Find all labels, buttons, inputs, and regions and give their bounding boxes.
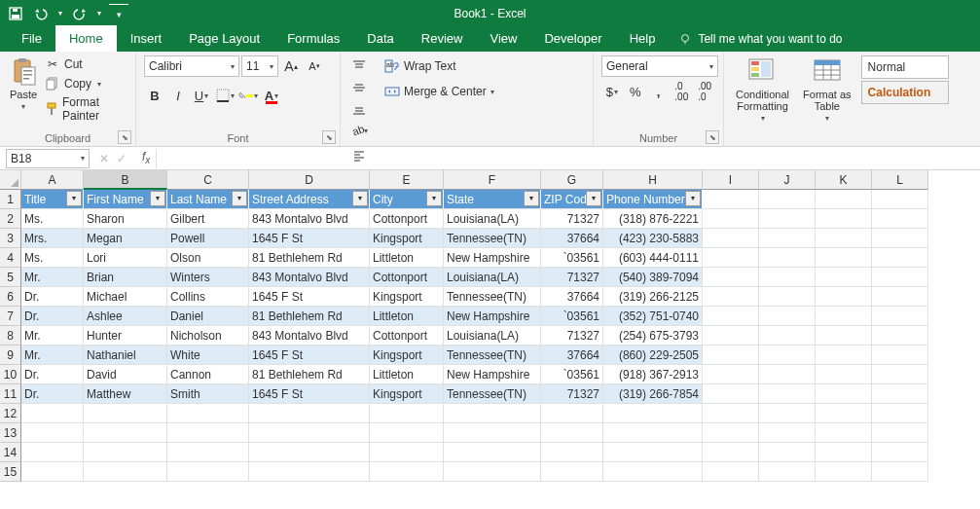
merge-center-button[interactable]: Merge & Center▾ <box>380 81 499 102</box>
cut-button[interactable]: ✂Cut <box>43 55 127 73</box>
cell[interactable]: (318) 876-2221 <box>603 209 703 229</box>
col-header[interactable]: F <box>444 170 541 190</box>
col-header[interactable]: B <box>84 170 167 190</box>
cell[interactable] <box>167 423 249 443</box>
cell[interactable] <box>872 404 928 423</box>
cell[interactable] <box>703 345 759 365</box>
cell[interactable]: 37664 <box>541 229 603 248</box>
cell[interactable] <box>84 423 167 443</box>
cell[interactable] <box>703 443 759 462</box>
cell[interactable]: 1645 F St <box>249 384 370 404</box>
paste-icon[interactable] <box>8 55 39 87</box>
number-launcher[interactable]: ⬊ <box>706 130 719 144</box>
cell[interactable]: Cottonport <box>370 268 444 287</box>
font-color-button[interactable]: A▾ <box>261 85 282 106</box>
cell[interactable]: Street Address▼ <box>249 190 370 209</box>
row-header[interactable]: 7 <box>0 307 21 326</box>
col-header[interactable]: A <box>21 170 84 190</box>
tell-me[interactable]: Tell me what you want to do <box>669 26 852 52</box>
cell[interactable]: `03561 <box>541 365 603 384</box>
cell[interactable] <box>84 462 167 482</box>
tab-help[interactable]: Help <box>616 25 670 52</box>
cell[interactable]: Tennessee(TN) <box>444 229 541 248</box>
cell[interactable]: Mr. <box>21 326 84 345</box>
conditional-formatting-button[interactable]: Conditional Formatting▾ <box>732 55 793 123</box>
cell[interactable]: 71327 <box>541 268 603 287</box>
font-size-combo[interactable]: 11▾ <box>241 55 278 77</box>
cell[interactable]: David <box>84 365 167 384</box>
borders-button[interactable]: ▾ <box>214 85 236 106</box>
cell[interactable]: (319) 266-7854 <box>603 384 703 404</box>
cell[interactable]: 71327 <box>541 326 603 345</box>
increase-font-button[interactable]: A▴ <box>280 55 302 77</box>
cell-styles-gallery[interactable]: Normal Calculation <box>861 55 949 106</box>
cell[interactable]: 81 Bethlehem Rd <box>249 365 370 384</box>
fx-icon[interactable]: fx <box>136 150 156 165</box>
cell[interactable]: Daniel <box>167 307 249 326</box>
cell[interactable]: Powell <box>167 229 249 248</box>
wrap-text-button[interactable]: abWrap Text <box>380 55 499 77</box>
cell[interactable] <box>603 443 703 462</box>
cell[interactable]: 71327 <box>541 384 603 404</box>
cell[interactable] <box>703 287 759 307</box>
cell[interactable]: Cannon <box>167 365 249 384</box>
cell[interactable]: Sharon <box>84 209 167 229</box>
cell[interactable]: Ms. <box>21 248 84 268</box>
cell[interactable]: Kingsport <box>370 229 444 248</box>
style-calculation[interactable]: Calculation <box>861 81 949 104</box>
col-header[interactable]: J <box>759 170 816 190</box>
tab-page-layout[interactable]: Page Layout <box>175 25 273 52</box>
cell[interactable] <box>703 190 759 209</box>
cell[interactable]: 81 Bethlehem Rd <box>249 307 370 326</box>
cell[interactable]: Nicholson <box>167 326 249 345</box>
cell[interactable]: Dr. <box>21 307 84 326</box>
cell[interactable] <box>444 404 541 423</box>
cell[interactable]: (352) 751-0740 <box>603 307 703 326</box>
percent-format-button[interactable]: % <box>625 81 646 102</box>
cell[interactable] <box>872 268 928 287</box>
cell[interactable]: Nathaniel <box>84 345 167 365</box>
cell[interactable]: City▼ <box>370 190 444 209</box>
cell[interactable] <box>872 384 928 404</box>
cell[interactable] <box>872 248 928 268</box>
cell[interactable] <box>759 404 816 423</box>
row-header[interactable]: 4 <box>0 248 21 268</box>
cell[interactable] <box>370 462 444 482</box>
style-normal[interactable]: Normal <box>861 55 949 79</box>
cell[interactable] <box>703 365 759 384</box>
increase-decimal-button[interactable]: .0.00 <box>671 81 692 102</box>
cell[interactable]: Last Name▼ <box>167 190 249 209</box>
cell[interactable]: Littleton <box>370 307 444 326</box>
select-all-corner[interactable] <box>0 170 21 190</box>
cell[interactable]: New Hampshire <box>444 365 541 384</box>
save-icon[interactable] <box>6 4 25 23</box>
cell[interactable] <box>816 384 872 404</box>
name-box[interactable]: B18▾ <box>6 149 90 168</box>
cell[interactable] <box>370 404 444 423</box>
cell[interactable]: New Hampshire <box>444 307 541 326</box>
cell[interactable]: Winters <box>167 268 249 287</box>
row-header[interactable]: 3 <box>0 229 21 248</box>
cell[interactable] <box>816 345 872 365</box>
cell[interactable]: Gilbert <box>167 209 249 229</box>
cell[interactable] <box>249 423 370 443</box>
cell[interactable] <box>759 307 816 326</box>
cell[interactable] <box>816 462 872 482</box>
cell[interactable]: 843 Montalvo Blvd <box>249 268 370 287</box>
comma-format-button[interactable]: , <box>648 81 670 102</box>
col-header[interactable]: K <box>816 170 872 190</box>
cell[interactable]: Kingsport <box>370 287 444 307</box>
cell[interactable] <box>703 462 759 482</box>
fill-color-button[interactable]: ▾ <box>237 85 259 106</box>
cell[interactable] <box>872 443 928 462</box>
filter-dropdown[interactable]: ▼ <box>66 191 82 206</box>
cell[interactable] <box>759 229 816 248</box>
cell[interactable] <box>816 190 872 209</box>
cancel-formula-icon[interactable]: ✕ <box>99 152 109 165</box>
cell[interactable]: White <box>167 345 249 365</box>
cell[interactable] <box>759 365 816 384</box>
align-top-button[interactable] <box>348 55 370 77</box>
cell[interactable]: (423) 230-5883 <box>603 229 703 248</box>
cell[interactable]: Kingsport <box>370 384 444 404</box>
cell[interactable]: `03561 <box>541 307 603 326</box>
